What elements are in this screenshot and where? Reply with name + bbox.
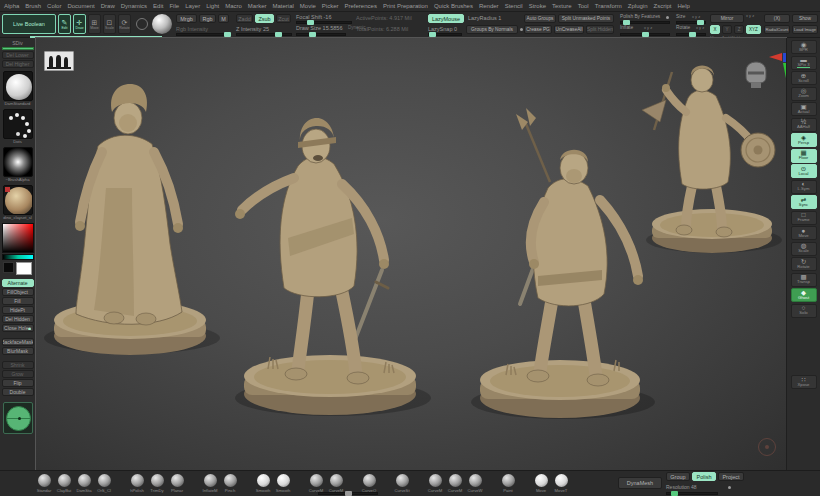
menu-item[interactable]: Color (47, 3, 61, 9)
menu-item[interactable]: Preferences (345, 3, 377, 9)
color-picker-strip[interactable] (2, 254, 34, 260)
main-color-swatch[interactable] (16, 262, 32, 275)
rgb-intensity-slider[interactable] (176, 33, 230, 36)
quick-brush-button[interactable]: Standar (34, 474, 54, 493)
right-shelf-button[interactable]: ∷ Xpose (791, 375, 817, 389)
current-texture-thumbnail[interactable] (3, 185, 33, 215)
rotate-slider[interactable] (676, 33, 706, 36)
uncrease-all-button[interactable]: UnCreaseAll (554, 25, 584, 34)
quick-brush-button[interactable]: ClayBui (54, 474, 74, 493)
groups-by-normals-button[interactable]: Groups By Normals (466, 25, 518, 34)
rotate-knob[interactable] (689, 32, 696, 37)
show-button[interactable]: Show (792, 14, 818, 23)
right-shelf-button[interactable]: ▩ Transp (791, 273, 817, 287)
lazy-mouse-button[interactable]: LazyMouse (428, 14, 464, 23)
menu-item[interactable]: Picker (322, 3, 339, 9)
rgb-button[interactable]: Rgb (199, 14, 216, 23)
polish-slider[interactable] (620, 21, 670, 24)
dynamesh-resolution-slider[interactable] (666, 492, 718, 495)
menu-item[interactable]: Quick Brushes (434, 3, 473, 9)
quick-brush-button[interactable]: CurveSt (392, 474, 412, 493)
menu-item[interactable]: Alpha (4, 3, 19, 9)
dynamesh-polish-button[interactable]: Polish (692, 472, 716, 481)
del-lower-button[interactable]: Del Lower (2, 51, 34, 59)
right-shelf-button[interactable]: ⇄ Sync (791, 195, 817, 209)
quick-brush-button[interactable]: Smooth (273, 474, 293, 493)
z-intensity-knob[interactable] (275, 32, 282, 37)
load-image-button[interactable]: Load Image (792, 25, 818, 34)
m-button[interactable]: M (218, 14, 229, 23)
radial-count-button[interactable]: RadialCount (764, 25, 790, 34)
quick-brush-button[interactable]: TrimDy (147, 474, 167, 493)
menu-item[interactable]: Material (273, 3, 294, 9)
menu-item[interactable]: Transform (595, 3, 622, 9)
quick-brush-button[interactable]: OrS_Cl (94, 474, 114, 493)
live-boolean-button[interactable]: Live Boolean (2, 14, 56, 34)
groups-by-normals-dot[interactable] (520, 28, 523, 31)
left-shelf-button[interactable]: Del Hidden (2, 315, 34, 323)
menu-item[interactable]: Brush (25, 3, 41, 9)
z-intensity-slider[interactable] (236, 33, 292, 36)
color-picker-sv[interactable] (2, 223, 34, 253)
right-shelf-button[interactable]: ◆ Ghost (791, 288, 817, 302)
lazy-snap-slider[interactable] (428, 33, 462, 36)
curve-falloff-slider[interactable] (318, 492, 378, 495)
current-stroke-thumbnail[interactable] (3, 109, 33, 139)
right-shelf-button[interactable]: ◍ Scale (791, 242, 817, 256)
mrgb-button[interactable]: Mrgb (176, 14, 197, 23)
lazy-snap-knob[interactable] (429, 32, 436, 37)
menu-item[interactable]: File (169, 3, 179, 9)
split-hidden-button[interactable]: Split Hidden (586, 25, 614, 34)
right-shelf-button[interactable]: ▦ Floor (791, 149, 817, 163)
mirror-button[interactable]: Mirror (710, 14, 744, 23)
right-shelf-button[interactable]: ○ Solo (791, 304, 817, 318)
menu-item[interactable]: Draw (101, 3, 115, 9)
right-shelf-button[interactable]: ½ AAHalf (791, 118, 817, 132)
draw-size-knob[interactable] (309, 32, 316, 37)
camera-head-gizmo[interactable] (742, 54, 770, 94)
right-shelf-button[interactable]: ● Move (791, 226, 817, 240)
menu-item[interactable]: Document (67, 3, 94, 9)
menu-item[interactable]: Stencil (505, 3, 523, 9)
menu-item[interactable]: Layer (185, 3, 200, 9)
sculpt-zombie-arrow[interactable] (471, 108, 655, 419)
sculpt-zombie-villager[interactable] (44, 84, 220, 355)
right-shelf-button[interactable]: ▬ SPix 3 (791, 56, 817, 70)
draw-button[interactable]: ✛Draw (73, 14, 86, 34)
right-shelf-button[interactable]: ⊕ Scroll (791, 71, 817, 85)
right-shelf-button[interactable]: ◐ L.Sym (791, 180, 817, 194)
menu-item[interactable]: Zplugin (628, 3, 648, 9)
dynamesh-mode-dot[interactable] (728, 486, 731, 489)
menu-item[interactable]: Texture (552, 3, 572, 9)
mirror-axes[interactable]: x y z (746, 13, 754, 18)
left-shelf-button[interactable]: FillObject (2, 288, 34, 296)
zcut-button[interactable]: Zcut (276, 14, 291, 23)
menu-item[interactable]: Marker (248, 3, 267, 9)
dynamesh-group-button[interactable]: Group (666, 472, 690, 481)
sdiv-slider[interactable] (2, 47, 34, 50)
menu-item[interactable]: Light (206, 3, 219, 9)
quick-brush-button[interactable]: MoveT (551, 474, 571, 493)
menu-item[interactable]: Macro (225, 3, 242, 9)
split-unmasked-button[interactable]: Split Unmasked Points (558, 14, 614, 23)
quick-brush-button[interactable]: CurveM (306, 474, 326, 493)
quick-brush-button[interactable]: CurveM (326, 474, 346, 493)
left-shelf-button[interactable]: BackfaceMask (2, 338, 34, 346)
right-shelf-button[interactable]: ↻ Rotate (791, 257, 817, 271)
zsub-button[interactable]: Zsub (255, 14, 274, 23)
right-shelf-button[interactable]: ◉ BPR (791, 40, 817, 54)
mirror-x-button[interactable]: X (710, 25, 720, 34)
quick-brush-button[interactable]: CurveM (425, 474, 445, 493)
zadd-button[interactable]: Zadd (236, 14, 253, 23)
quick-brush-button[interactable]: Move (531, 474, 551, 493)
menu-item[interactable]: Zscript (654, 3, 672, 9)
secondary-color-swatch[interactable] (3, 262, 14, 273)
gyro-icon[interactable] (136, 18, 148, 30)
curve-falloff-knob[interactable] (345, 491, 352, 496)
left-shelf-button[interactable]: Flip (2, 379, 34, 387)
right-shelf-button[interactable]: ▣ Actual (791, 102, 817, 116)
inflate-slider[interactable] (620, 33, 670, 36)
menu-item[interactable]: Tool (578, 3, 589, 9)
quick-brush-button[interactable]: Smooth (253, 474, 273, 493)
scale-button[interactable]: ⊡Scale (103, 14, 116, 34)
